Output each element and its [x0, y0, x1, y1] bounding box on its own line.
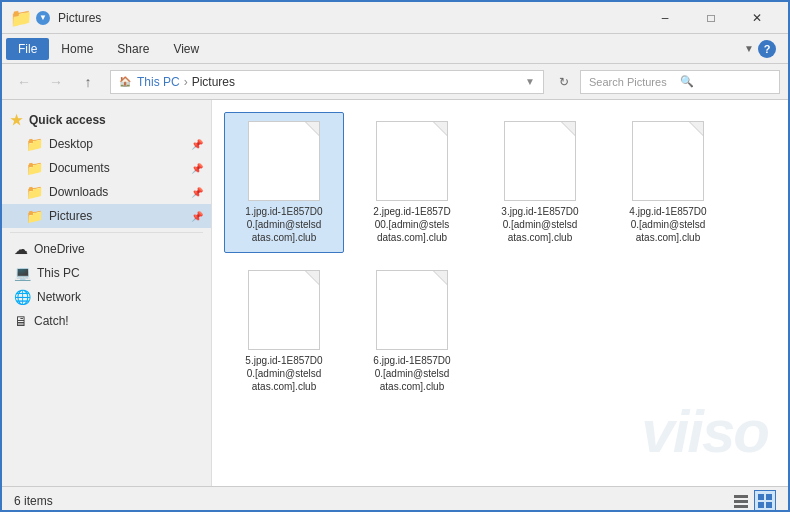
svg-rect-5: [758, 502, 764, 508]
svg-rect-1: [734, 500, 748, 503]
quick-access-header[interactable]: ★ Quick access: [2, 108, 211, 132]
sidebar-item-onedrive[interactable]: ☁ OneDrive: [2, 237, 211, 261]
pictures-label: Pictures: [49, 209, 92, 223]
downloads-folder-icon: 📁: [26, 184, 43, 200]
sidebar-item-pictures[interactable]: 📁 Pictures 📌: [2, 204, 211, 228]
address-bar[interactable]: 🏠 This PC › Pictures ▼: [110, 70, 544, 94]
onedrive-icon: ☁: [14, 241, 28, 257]
svg-rect-6: [766, 502, 772, 508]
documents-label: Documents: [49, 161, 110, 175]
file-item-5[interactable]: 5.jpg.id-1E857D00.[admin@stelsdatas.com]…: [224, 261, 344, 402]
pictures-folder-icon: 📁: [26, 208, 43, 224]
sidebar-item-desktop[interactable]: 📁 Desktop 📌: [2, 132, 211, 156]
menu-view[interactable]: View: [161, 38, 211, 60]
file-name-5: 5.jpg.id-1E857D00.[admin@stelsdatas.com]…: [245, 354, 322, 393]
svg-rect-3: [758, 494, 764, 500]
file-name-2: 2.jpeg.id-1E857D00.[admin@stelsdatas.com…: [373, 205, 450, 244]
window-title: Pictures: [58, 11, 642, 25]
pin-icon-pictures: 📌: [191, 211, 203, 222]
file-thumb-5: [248, 270, 320, 350]
catch-icon: 🖥: [14, 313, 28, 329]
toolbar: ← → ↑ 🏠 This PC › Pictures ▼ ↻ Search Pi…: [2, 64, 788, 100]
title-controls: – □ ✕: [642, 2, 780, 34]
svg-rect-4: [766, 494, 772, 500]
thispc-icon: 💻: [14, 265, 31, 281]
sidebar-item-downloads[interactable]: 📁 Downloads 📌: [2, 180, 211, 204]
forward-button[interactable]: →: [42, 68, 70, 96]
list-view-button[interactable]: [730, 490, 752, 512]
breadcrumb-separator: ›: [184, 75, 188, 89]
main-layout: ★ Quick access 📁 Desktop 📌 📁 Documents 📌…: [2, 100, 788, 486]
search-placeholder: Search Pictures: [589, 76, 680, 88]
files-grid: 1.jpg.id-1E857D00.[admin@stelsdatas.com]…: [220, 108, 780, 406]
folder-icon: 📁: [10, 7, 32, 29]
file-item-2[interactable]: 2.jpeg.id-1E857D00.[admin@stelsdatas.com…: [352, 112, 472, 253]
file-thumb-4: [632, 121, 704, 201]
file-thumb-6: [376, 270, 448, 350]
desktop-folder-icon: 📁: [26, 136, 43, 152]
menu-bar: File Home Share View ▼ ?: [2, 34, 788, 64]
downloads-label: Downloads: [49, 185, 108, 199]
pin-icon-desktop: 📌: [191, 139, 203, 150]
thispc-label: This PC: [37, 266, 80, 280]
sidebar-item-this-pc[interactable]: 💻 This PC: [2, 261, 211, 285]
file-item-4[interactable]: 4.jpg.id-1E857D00.[admin@stelsdatas.com]…: [608, 112, 728, 253]
menu-share[interactable]: Share: [105, 38, 161, 60]
file-thumb-2: [376, 121, 448, 201]
onedrive-label: OneDrive: [34, 242, 85, 256]
svg-rect-2: [734, 505, 748, 508]
catch-label: Catch!: [34, 314, 69, 328]
file-thumb-1: [248, 121, 320, 201]
close-button[interactable]: ✕: [734, 2, 780, 34]
file-name-1: 1.jpg.id-1E857D00.[admin@stelsdatas.com]…: [245, 205, 322, 244]
help-icon[interactable]: ?: [758, 40, 776, 58]
file-name-4: 4.jpg.id-1E857D00.[admin@stelsdatas.com]…: [629, 205, 706, 244]
sidebar-item-network[interactable]: 🌐 Network: [2, 285, 211, 309]
item-count: 6 items: [14, 494, 53, 508]
sidebar-item-documents[interactable]: 📁 Documents 📌: [2, 156, 211, 180]
grid-view-button[interactable]: [754, 490, 776, 512]
breadcrumb-home-icon: 🏠: [119, 76, 131, 87]
menu-file[interactable]: File: [6, 38, 49, 60]
file-name-6: 6.jpg.id-1E857D00.[admin@stelsdatas.com]…: [373, 354, 450, 393]
pin-icon-downloads: 📌: [191, 187, 203, 198]
breadcrumb-current: Pictures: [192, 75, 235, 89]
back-button[interactable]: ←: [10, 68, 38, 96]
quick-access-label: Quick access: [29, 113, 106, 127]
desktop-label: Desktop: [49, 137, 93, 151]
star-icon: ★: [10, 112, 23, 128]
search-bar[interactable]: Search Pictures 🔍: [580, 70, 780, 94]
watermark: viiso: [641, 397, 768, 466]
title-bar-icons: 📁 ▼: [10, 7, 50, 29]
view-controls: [730, 490, 776, 512]
file-name-3: 3.jpg.id-1E857D00.[admin@stelsdatas.com]…: [501, 205, 578, 244]
content-area: viiso 1.jpg.id-1E857D00.[admin@stelsdata…: [212, 100, 788, 486]
refresh-button[interactable]: ↻: [552, 70, 576, 94]
quick-access-icon: ▼: [36, 11, 50, 25]
file-item-1[interactable]: 1.jpg.id-1E857D00.[admin@stelsdatas.com]…: [224, 112, 344, 253]
file-item-3[interactable]: 3.jpg.id-1E857D00.[admin@stelsdatas.com]…: [480, 112, 600, 253]
title-bar: 📁 ▼ Pictures – □ ✕: [2, 2, 788, 34]
up-button[interactable]: ↑: [74, 68, 102, 96]
network-label: Network: [37, 290, 81, 304]
svg-rect-0: [734, 495, 748, 498]
file-thumb-3: [504, 121, 576, 201]
file-item-6[interactable]: 6.jpg.id-1E857D00.[admin@stelsdatas.com]…: [352, 261, 472, 402]
pin-icon-documents: 📌: [191, 163, 203, 174]
address-dropdown-icon[interactable]: ▼: [525, 76, 535, 87]
breadcrumb-this-pc[interactable]: This PC: [137, 75, 180, 89]
sidebar-item-catch[interactable]: 🖥 Catch!: [2, 309, 211, 333]
status-bar: 6 items: [2, 486, 788, 512]
documents-folder-icon: 📁: [26, 160, 43, 176]
search-icon[interactable]: 🔍: [680, 75, 771, 88]
sidebar-divider-1: [10, 232, 203, 233]
maximize-button[interactable]: □: [688, 2, 734, 34]
sidebar: ★ Quick access 📁 Desktop 📌 📁 Documents 📌…: [2, 100, 212, 486]
menu-home[interactable]: Home: [49, 38, 105, 60]
quick-access-section: ★ Quick access 📁 Desktop 📌 📁 Documents 📌…: [2, 108, 211, 228]
minimize-button[interactable]: –: [642, 2, 688, 34]
network-icon: 🌐: [14, 289, 31, 305]
expand-ribbon-icon[interactable]: ▼: [744, 43, 754, 54]
